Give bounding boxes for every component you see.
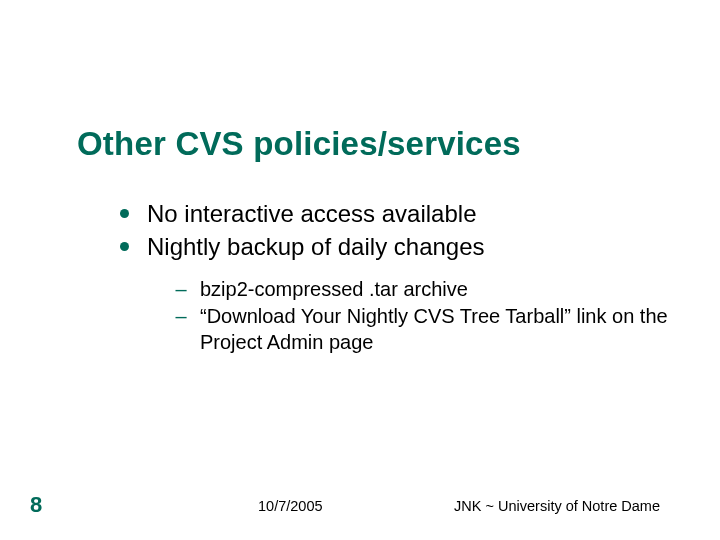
sublist: – bzip2-compressed .tar archive – “Downl… (174, 276, 670, 355)
list-item: No interactive access available (120, 198, 670, 229)
list-item: – bzip2-compressed .tar archive (174, 276, 670, 302)
list-item: – “Download Your Nightly CVS Tree Tarbal… (174, 303, 670, 356)
slide-body: No interactive access available Nightly … (120, 198, 670, 356)
list-item-text: bzip2-compressed .tar archive (200, 276, 670, 302)
bullet-icon (120, 209, 129, 218)
list-item-text: No interactive access available (147, 198, 477, 229)
footer-attribution: JNK ~ University of Notre Dame (454, 498, 660, 514)
dash-icon: – (174, 276, 188, 302)
dash-icon: – (174, 303, 188, 329)
slide: Other CVS policies/services No interacti… (0, 0, 720, 540)
list-item-text: Nightly backup of daily changes (147, 231, 485, 262)
bullet-icon (120, 242, 129, 251)
page-number: 8 (30, 492, 42, 518)
list-item-text: “Download Your Nightly CVS Tree Tarball”… (200, 303, 670, 356)
list-item: Nightly backup of daily changes (120, 231, 670, 262)
footer-date: 10/7/2005 (258, 498, 323, 514)
slide-title: Other CVS policies/services (77, 125, 521, 163)
